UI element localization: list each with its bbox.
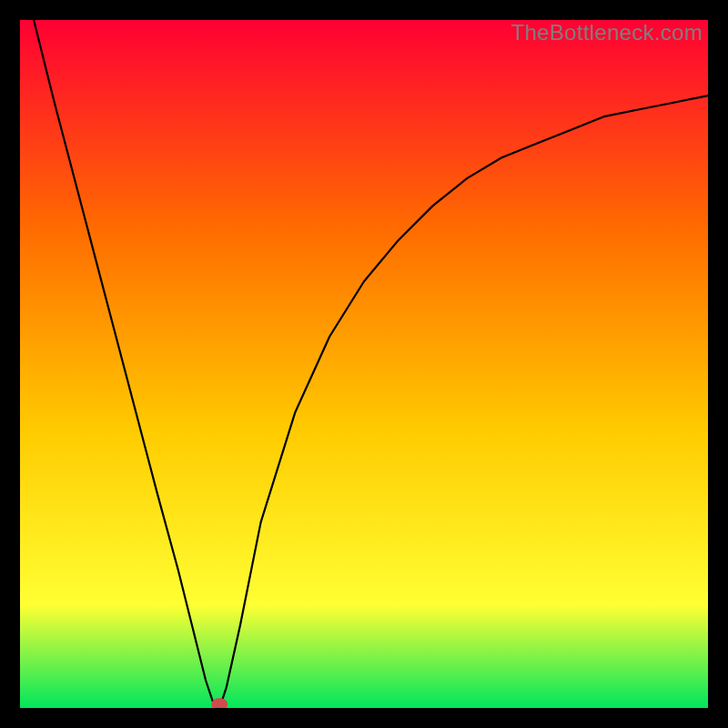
chart-frame: TheBottleneck.com [20, 20, 708, 708]
watermark-text: TheBottleneck.com [511, 20, 703, 46]
bottleneck-chart [20, 20, 708, 708]
